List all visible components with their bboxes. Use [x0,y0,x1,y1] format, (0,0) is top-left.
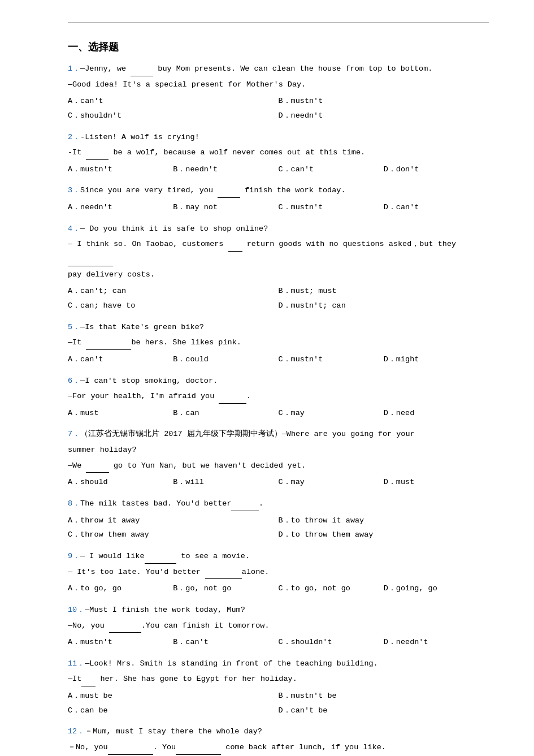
q12-line1: 12．－Mum, must I stay there the whole day… [68,724,489,739]
q8-options: A．throw it away B．to throw it away C．thr… [68,513,489,542]
q11-optD: D．can't be [279,703,489,718]
q7-line2: summer holiday? [68,443,489,457]
question-3: 3．Since you are very tired, you finish t… [68,183,489,214]
q4-optD: D．mustn't; can [279,299,489,313]
q1-line2: —Good idea! It's a special present for M… [68,77,489,92]
q7-optD: D．must [384,475,489,490]
q8-optC: C．throw them away [68,528,279,542]
question-4: 4．— Do you think it is safe to shop onli… [68,222,489,313]
q7-optA: A．should [68,475,173,490]
q1-optA: A．can't [68,94,279,109]
q9-optA: A．to go, go [68,581,173,596]
q10-optD: D．needn't [384,635,489,650]
q10-line2: —No, you .You can finish it tomorrow. [68,619,489,633]
q6-options: A．must B．can C．may D．need [68,406,489,421]
q6-optB: B．can [173,406,278,421]
q3-number: 3． [68,186,80,195]
q11-blank [81,677,95,686]
q11-optC: C．can be [68,703,279,718]
question-10: 10．—Must I finish the work today, Mum? —… [68,603,489,650]
question-8: 8．The milk tastes bad. You'd better . A．… [68,496,489,542]
question-6: 6．—I can't stop smoking, doctor. —For yo… [68,374,489,421]
q7-number: 7． [68,430,80,438]
q6-optC: C．may [279,406,384,421]
q5-line1: 5．—Is that Kate's green bike? [68,320,489,335]
q1-line1: 1．—Jenny, we buy Mom presents. We can cl… [68,62,489,76]
q9-optC: C．to go, not go [279,581,384,596]
q4-line2: — I think so. On Taobao, customers retur… [68,237,489,266]
q1-blank [131,67,153,76]
q11-optB: B．mustn't be [279,689,489,703]
q3-optC: C．mustn't [279,200,384,215]
q12-number: 12． [68,727,85,736]
q10-line1: 10．—Must I finish the work today, Mum? [68,603,489,617]
question-11: 11．—Look! Mrs. Smith is standing in fron… [68,656,489,718]
q2-line1: 2．-Listen! A wolf is crying! [68,130,489,145]
q1-optC: C．shouldn't [68,109,279,123]
q9-options: A．to go, go B．go, not go C．to go, not go… [68,581,489,596]
q12-blank2 [176,746,221,755]
q3-options: A．needn't B．may not C．mustn't D．can't [68,200,489,215]
q4-options: A．can't; can B．must; must C．can; have to… [68,284,489,313]
q12-line2: －No, you. You come back after lunch, if … [68,740,489,755]
q3-optA: A．needn't [68,200,173,215]
q8-optA: A．throw it away [68,513,279,528]
q5-optA: A．can't [68,352,173,367]
q2-line2: -It be a wolf, because a wolf never come… [68,145,489,160]
q6-number: 6． [68,377,80,385]
question-7: 7．（江苏省无锡市锡北片 2017 届九年级下学期期中考试）—Where are… [68,427,489,490]
q8-number: 8． [68,499,80,508]
q5-blank [86,341,131,350]
q6-line2: —For your health, I'm afraid you . [68,389,489,404]
q4-optC: C．can; have to [68,299,279,313]
q6-blank [219,395,246,404]
q6-line1: 6．—I can't stop smoking, doctor. [68,374,489,388]
q11-optA: A．must be [68,689,279,703]
q6-optA: A．must [68,406,173,421]
top-divider [68,23,489,23]
q11-line1: 11．—Look! Mrs. Smith is standing in fron… [68,656,489,671]
q9-blank2 [205,570,242,579]
section-title: 一、选择题 [68,40,489,54]
q7-line3: —We go to Yun Nan, but we haven't decide… [68,459,489,473]
q5-optD: D．might [384,352,489,367]
q4-optB: B．must; must [279,284,489,299]
q12-blank1 [108,746,153,755]
q4-line1: 4．— Do you think it is safe to shop onli… [68,222,489,236]
q9-number: 9． [68,552,80,560]
q9-blank1 [145,555,177,564]
q8-blank [231,502,259,511]
q8-line1: 8．The milk tastes bad. You'd better . [68,496,489,511]
q4-optA: A．can't; can [68,284,279,299]
q2-optA: A．mustn't [68,162,173,177]
q1-options: A．can't B．mustn't C．shouldn't D．needn't [68,94,489,123]
q5-optC: C．mustn't [279,352,384,367]
q1-optD: D．needn't [279,109,489,123]
q10-number: 10． [68,606,85,614]
q1-optB: B．mustn't [279,94,489,109]
q11-number: 11． [68,659,85,668]
q4-blank1 [228,243,242,252]
q7-blank [86,464,109,473]
q7-options: A．should B．will C．may D．must [68,475,489,490]
q10-optC: C．shouldn't [279,635,384,650]
q6-optD: D．need [384,406,489,421]
q3-line1: 3．Since you are very tired, you finish t… [68,183,489,198]
q2-number: 2． [68,133,80,141]
q10-blank [109,624,141,633]
q8-optB: B．to throw it away [279,513,489,528]
q7-optB: B．will [173,475,278,490]
question-2: 2．-Listen! A wolf is crying! -It be a wo… [68,130,489,177]
q2-optB: B．needn't [173,162,278,177]
q1-number: 1． [68,64,80,73]
question-1: 1．—Jenny, we buy Mom presents. We can cl… [68,62,489,123]
q3-blank [218,189,240,198]
q3-optB: B．may not [173,200,278,215]
question-9: 9．— I would like to see a movie. — It's … [68,549,489,596]
q2-optC: C．can't [279,162,384,177]
q11-line2: —It her. She has gone to Egypt for her h… [68,672,489,686]
q10-options: A．mustn't B．can't C．shouldn't D．needn't [68,635,489,650]
q4-number: 4． [68,224,80,233]
q9-optD: D．going, go [384,581,489,596]
q10-optA: A．mustn't [68,635,173,650]
